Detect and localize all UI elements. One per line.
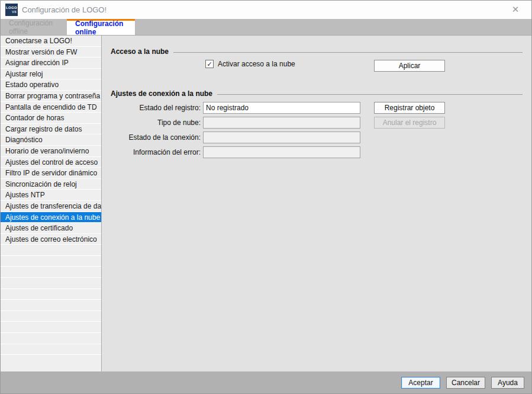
connection-status-input[interactable] [203,132,360,143]
connection-status-label: Estado de la conexión: [107,132,201,143]
registration-status-input[interactable] [203,102,360,114]
sidebar-item[interactable]: Conectarse a LOGO! [1,36,101,47]
logo-icon-subtext: V8 [12,10,17,14]
accept-button[interactable]: Aceptar [401,377,440,389]
field-row: Estado del registro: [102,102,532,114]
sidebar-empty-row [1,267,101,278]
error-info-input[interactable] [203,146,360,158]
sidebar-empty-row [1,344,101,355]
title-bar: LOGO V8 Configuración de LOGO! ✕ [1,1,531,19]
sidebar-item[interactable]: Asignar dirección IP [1,57,101,69]
sidebar-item[interactable]: Ajustes del control de acceso [1,157,101,168]
sidebar-item[interactable]: Ajustes de certificado [1,223,101,234]
heading-rule [217,94,523,95]
sidebar-item[interactable]: Ajustes de transferencia de datos [1,201,101,212]
register-object-button[interactable]: Registrar objeto [374,102,445,114]
sidebar-item[interactable]: Pantalla de encendido de TD [1,102,101,113]
sidebar-item[interactable]: Cargar registro de datos [1,124,101,135]
sidebar-item[interactable]: Ajustes de correo electrónico [1,234,101,245]
sidebar-item[interactable]: Mostrar versión de FW [1,47,101,58]
field-row: Información del error: [102,146,532,158]
sidebar-empty-row [1,333,101,344]
sidebar-empty-row [1,245,101,256]
registration-status-label: Estado del registro: [107,102,201,114]
apply-button[interactable]: Aplicar [374,60,445,72]
window-title: Configuración de LOGO! [22,5,107,14]
sidebar-empty-row [1,256,101,267]
sidebar-empty-row [1,311,101,322]
tab-configuracion-online[interactable]: Configuración online [67,19,135,35]
sidebar-item[interactable]: Ajustar reloj [1,69,101,80]
sidebar-item[interactable]: Diagnóstico [1,134,101,146]
field-row: Tipo de nube: [102,117,532,129]
unregister-button[interactable]: Anular el registro [374,117,445,129]
sidebar-item[interactable]: Borrar programa y contraseña [1,91,101,102]
section-cloud-connection: Ajustes de conexión a la nube [111,89,523,98]
sidebar-empty-row [1,278,101,289]
sidebar-item[interactable]: Ajustes NTP [1,190,101,201]
sidebar-menu: Conectarse a LOGO!Mostrar versión de FWA… [1,36,102,373]
logo-configuration-dialog: LOGO V8 Configuración de LOGO! ✕ Configu… [0,0,532,394]
sidebar-item[interactable]: Contador de horas [1,113,101,124]
close-icon[interactable]: ✕ [509,3,522,16]
cloud-access-checkbox-row: ✓ Activar acceso a la nube [205,60,295,68]
cloud-type-label: Tipo de nube: [107,117,201,129]
sidebar-item[interactable]: Estado operativo [1,79,101,91]
footer-button-bar: Aceptar Cancelar Ayuda [1,371,531,393]
sidebar-empty-row [1,289,101,300]
cancel-button[interactable]: Cancelar [446,377,485,389]
sidebar-item[interactable]: Filtro IP de servidor dinámico [1,168,101,179]
help-button[interactable]: Ayuda [491,377,524,389]
logo-icon-text: LOGO [6,6,17,10]
main-panel: Acceso a la nube ✓ Activar acceso a la n… [102,36,532,373]
cloud-access-heading: Acceso a la nube [111,47,169,56]
cloud-connection-heading: Ajustes de conexión a la nube [111,89,212,98]
tab-configuracion-offline[interactable]: Configuración offline [1,19,67,35]
tab-bar: Configuración offline Configuración onli… [1,19,531,36]
heading-rule [173,52,523,53]
field-row: Estado de la conexión: [102,132,532,143]
sidebar-empty-row [1,322,101,333]
section-cloud-access: Acceso a la nube [111,47,523,56]
activate-cloud-access-label: Activar acceso a la nube [218,60,295,68]
check-icon: ✓ [207,61,212,68]
cloud-type-input[interactable] [203,117,360,129]
sidebar-item[interactable]: Horario de verano/invierno [1,146,101,157]
sidebar-empty-row [1,300,101,311]
activate-cloud-access-checkbox[interactable]: ✓ [205,60,214,68]
error-info-label: Información del error: [107,146,201,158]
sidebar-item[interactable]: Sincronización de reloj [1,179,101,190]
logo-app-icon: LOGO V8 [5,4,18,16]
sidebar-item[interactable]: Ajustes de conexión a la nube [1,212,101,223]
